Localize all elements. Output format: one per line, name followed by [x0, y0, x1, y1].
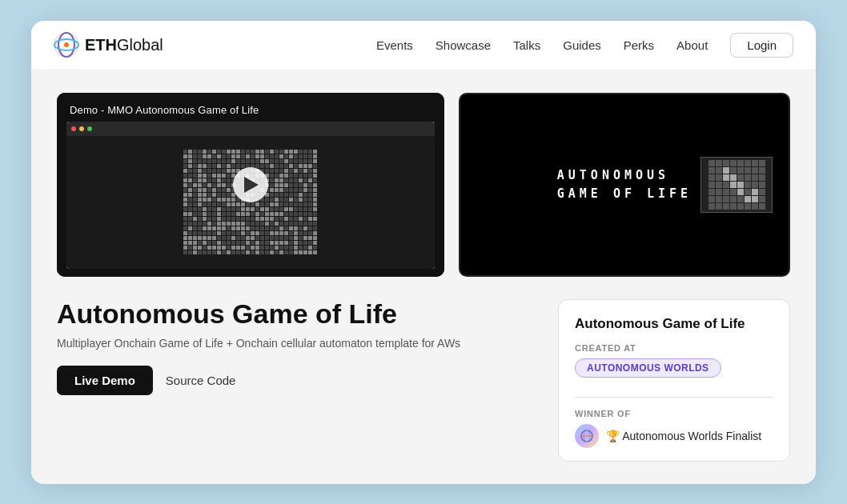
video-right[interactable]: AUTONOMOUS GAME OF LIFE — [459, 93, 790, 277]
browser-dot-red — [71, 126, 76, 131]
browser-dot-green — [87, 126, 92, 131]
nav-link-events[interactable]: Events — [376, 38, 413, 52]
live-demo-button[interactable]: Live Demo — [57, 366, 153, 395]
content-area: Demo - MMO Autonomous Game of Life — [31, 70, 816, 484]
video-left[interactable]: Demo - MMO Autonomous Game of Life — [57, 93, 444, 277]
svg-point-3 — [64, 42, 69, 47]
info-card-title: Autonomous Game of Life — [575, 316, 773, 332]
card-divider — [575, 397, 773, 398]
winner-event-icon — [575, 424, 599, 448]
nav-links: Events Showcase Talks Guides Perks About… — [376, 33, 793, 58]
source-code-button[interactable]: Source Code — [163, 366, 239, 395]
pixel-logo: AUTONOMOUS GAME OF LIFE — [557, 166, 692, 202]
nav-logo[interactable]: ETHGlobal — [54, 32, 163, 58]
mini-game-preview — [700, 157, 773, 213]
play-button[interactable] — [233, 167, 268, 202]
browser-top-bar — [66, 122, 435, 136]
trophy-icon: 🏆 — [606, 430, 620, 442]
nav-link-guides[interactable]: Guides — [563, 38, 601, 52]
videos-row: Demo - MMO Autonomous Game of Life — [57, 93, 790, 277]
info-card: Autonomous Game of Life CREATED AT AUTON… — [558, 299, 790, 462]
winner-label: Autonomous Worlds Finalist — [622, 430, 761, 442]
nav-link-showcase[interactable]: Showcase — [436, 38, 491, 52]
eth-global-logo-icon — [54, 32, 79, 58]
winner-of-label: WINNER OF — [575, 409, 773, 418]
page-wrapper: ETHGlobal Events Showcase Talks Guides P… — [0, 0, 847, 504]
login-button[interactable]: Login — [730, 33, 793, 58]
winner-row: 🏆 Autonomous Worlds Finalist — [575, 424, 773, 448]
nav-link-perks[interactable]: Perks — [624, 38, 654, 52]
game-grid — [183, 150, 317, 254]
project-description: Multiplayer Onchain Game of Life + Oncha… — [57, 337, 544, 350]
mini-grid — [709, 160, 765, 210]
project-title: Autonomous Game of Life — [57, 299, 544, 329]
project-buttons: Live Demo Source Code — [57, 366, 544, 395]
pixel-logo-line1: AUTONOMOUS — [557, 166, 692, 185]
logo-text: ETHGlobal — [85, 36, 163, 54]
browser-game-area — [66, 136, 435, 269]
bottom-row: Autonomous Game of Life Multiplayer Onch… — [57, 299, 790, 462]
video-left-screen — [57, 93, 444, 277]
video-left-label: Demo - MMO Autonomous Game of Life — [70, 104, 259, 116]
nav-link-about[interactable]: About — [676, 38, 708, 52]
globe-icon — [580, 430, 593, 442]
winner-text: 🏆 Autonomous Worlds Finalist — [606, 430, 761, 442]
autonomous-worlds-badge: AUTONOMOUS WORLDS — [575, 358, 721, 378]
navbar: ETHGlobal Events Showcase Talks Guides P… — [31, 21, 816, 70]
main-card: ETHGlobal Events Showcase Talks Guides P… — [31, 21, 816, 484]
browser-dot-yellow — [79, 126, 84, 131]
play-triangle-icon — [244, 177, 259, 193]
created-at-label: CREATED AT — [575, 343, 773, 353]
nav-link-talks[interactable]: Talks — [513, 38, 540, 52]
project-info: Autonomous Game of Life Multiplayer Onch… — [57, 299, 544, 395]
pixel-logo-line2: GAME OF LIFE — [557, 185, 692, 203]
